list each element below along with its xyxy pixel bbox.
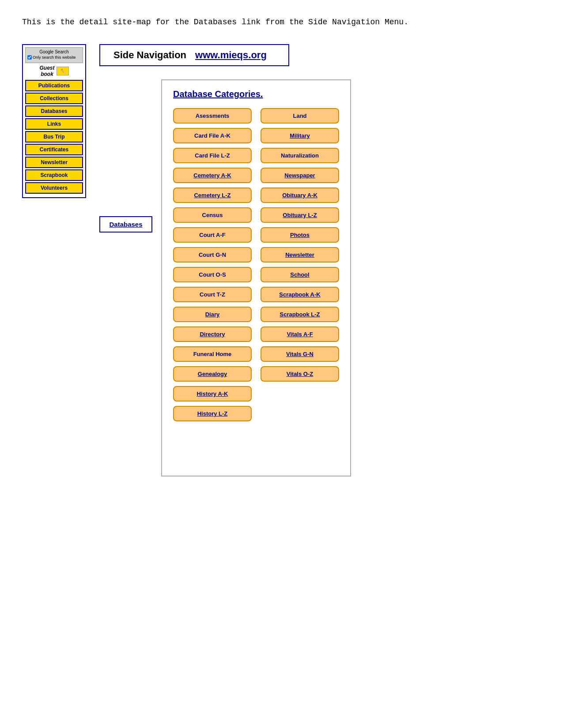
db-btn-cemetery-ak[interactable]: Cemetery A-K	[173, 168, 252, 183]
databases-label-area: Databases	[99, 79, 152, 233]
google-search-label: Google Search	[27, 49, 81, 54]
db-btn-card-file-ak[interactable]: Card File A-K	[173, 128, 252, 143]
db-btn-obituary-lz[interactable]: Obituary L-Z	[261, 207, 339, 223]
db-btn-obituary-ak[interactable]: Obituary A-K	[261, 188, 339, 203]
db-categories-box: Database Categories. Asessments Card Fil…	[161, 79, 351, 477]
databases-wrapper: Databases Database Categories. Asessment…	[99, 79, 541, 477]
db-btn-land[interactable]: Land	[261, 108, 339, 124]
db-btn-scrapbook-ak[interactable]: Scrapbook A-K	[261, 287, 339, 302]
db-btn-school[interactable]: School	[261, 267, 339, 282]
sidebar-btn-certificates[interactable]: Certificates	[25, 144, 83, 155]
side-nav-label: Side Navigation	[113, 49, 186, 61]
db-btn-history-ak[interactable]: History A-K	[173, 386, 252, 402]
side-nav-header: Side Navigation www.mieqs.org	[99, 44, 289, 66]
checkbox-label: Only search this website	[33, 55, 76, 60]
db-btn-military[interactable]: Military	[261, 128, 339, 143]
db-btn-cemetery-lz[interactable]: Cemetery L-Z	[173, 188, 252, 203]
db-btn-funeral-home[interactable]: Funeral Home	[173, 346, 252, 362]
content-area: Side Navigation www.mieqs.org Databases …	[99, 44, 541, 477]
db-btn-vitals-oz[interactable]: Vitals O-Z	[261, 366, 339, 382]
db-btn-diary[interactable]: Diary	[173, 307, 252, 322]
intro-text: This is the detail site-map for the Data…	[22, 18, 541, 26]
sidebar-btn-newsletter[interactable]: Newsletter	[25, 157, 83, 168]
guestbook-icon: ✏️	[57, 67, 69, 75]
search-checkbox[interactable]	[27, 55, 32, 60]
sidebar-btn-publications[interactable]: Publications	[25, 80, 83, 91]
databases-label-button[interactable]: Databases	[99, 216, 152, 233]
guestbook-label: Guestbook	[39, 65, 54, 77]
db-btn-directory[interactable]: Directory	[173, 326, 252, 342]
sidebar-search-box: Google Search Only search this website	[25, 47, 83, 63]
db-left-column: Asessments Card File A-K Card File L-Z C…	[173, 108, 252, 421]
side-nav-url[interactable]: www.mieqs.org	[195, 49, 267, 61]
db-btn-court-os[interactable]: Court O-S	[173, 267, 252, 282]
db-btn-court-tz[interactable]: Court T-Z	[173, 287, 252, 302]
db-btn-newsletter-right[interactable]: Newsletter	[261, 247, 339, 263]
db-btn-vitals-af[interactable]: Vitals A-F	[261, 326, 339, 342]
checkbox-row: Only search this website	[27, 55, 81, 60]
db-categories-title: Database Categories.	[173, 89, 339, 99]
db-btn-naturalization[interactable]: Naturalization	[261, 148, 339, 163]
db-btn-photos[interactable]: Photos	[261, 227, 339, 243]
db-btn-vitals-gn[interactable]: Vitals G-N	[261, 346, 339, 362]
db-btn-scrapbook-lz[interactable]: Scrapbook L-Z	[261, 307, 339, 322]
db-btn-card-file-lz[interactable]: Card File L-Z	[173, 148, 252, 163]
sidebar-btn-bus-trip[interactable]: Bus Trip	[25, 131, 83, 143]
db-right-column: Land Military Naturalization Newspaper O…	[261, 108, 339, 382]
guestbook-area: Guestbook ✏️	[25, 65, 83, 77]
sidebar-btn-scrapbook[interactable]: Scrapbook	[25, 169, 83, 181]
db-btn-newspaper[interactable]: Newspaper	[261, 168, 339, 183]
sidebar: Google Search Only search this website G…	[22, 44, 86, 198]
db-btn-history-lz[interactable]: History L-Z	[173, 406, 252, 421]
db-btn-census[interactable]: Census	[173, 207, 252, 223]
sidebar-btn-volunteers[interactable]: Volunteers	[25, 182, 83, 194]
db-btn-asessments[interactable]: Asessments	[173, 108, 252, 124]
db-btn-court-gn[interactable]: Court G-N	[173, 247, 252, 263]
db-btn-court-af[interactable]: Court A-F	[173, 227, 252, 243]
db-btn-genealogy[interactable]: Genealogy	[173, 366, 252, 382]
sidebar-btn-databases[interactable]: Databases	[25, 105, 83, 117]
sidebar-btn-collections[interactable]: Collections	[25, 93, 83, 104]
sidebar-btn-links[interactable]: Links	[25, 118, 83, 130]
